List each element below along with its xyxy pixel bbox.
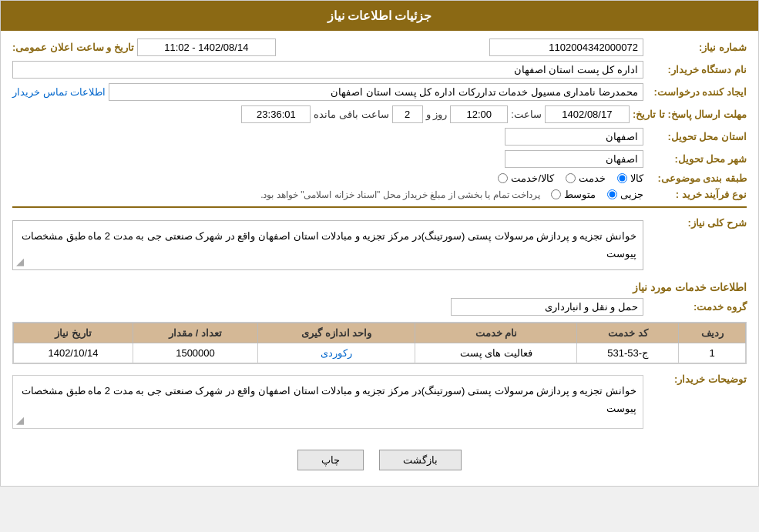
requester-org-value: اداره کل پست استان اصفهان (12, 61, 643, 79)
buyer-desc-text: خوانش تجزیه و پردازش مرسولات پستی (سورتی… (22, 385, 636, 414)
cell-date: 1402/10/14 (14, 343, 133, 363)
purchase-partial-radio[interactable] (607, 189, 617, 199)
date-value: 1402/08/14 - 11:02 (137, 38, 276, 56)
province-value: اصفهان (505, 128, 643, 146)
category-service-label: خدمت (579, 172, 606, 184)
purchase-medium-label: متوسط (564, 189, 596, 200)
cell-service-name: فعالیت های پست (415, 343, 577, 363)
need-description-text: خوانش تجزیه و پردازش مرسولات پستی (سورتی… (22, 230, 636, 259)
purchase-note: پرداخت تمام یا بخشی از مبلغ خریداز محل "… (260, 189, 540, 200)
buyer-description-box: خوانش تجزیه و پردازش مرسولات پستی (سورتی… (12, 375, 643, 429)
print-button[interactable]: چاپ (297, 450, 364, 470)
response-time-value: 12:00 (450, 105, 508, 123)
response-deadline-label: مهلت ارسال پاسخ: تا تاریخ: (633, 109, 747, 120)
purchase-type-label: نوع فرآیند خرید : (646, 189, 747, 200)
category-goods-service-label: کالا/خدمت (511, 172, 554, 184)
city-value: اصفهان (505, 150, 643, 168)
col-header-service-code: کد خدمت (577, 323, 679, 343)
need-description-label: شرح کلی نیاز: (646, 214, 747, 229)
category-label: طبقه بندی موضوعی: (646, 172, 747, 184)
category-goods-service-item[interactable]: کالا/خدمت (498, 172, 554, 184)
action-buttons: بازگشت چاپ (12, 438, 747, 478)
response-date-value: 1402/08/17 (545, 105, 630, 123)
city-label: شهر محل تحویل: (646, 153, 747, 165)
table-row: 1 ج-53-531 فعالیت های پست رکوردی 1500000… (14, 343, 746, 363)
province-label: استان محل تحویل: (646, 131, 747, 142)
category-goods-service-radio[interactable] (498, 173, 508, 183)
category-goods-label: کالا (630, 172, 643, 184)
creator-contact-link[interactable]: اطلاعات تماس خریدار (12, 86, 106, 98)
response-remain-value: 23:36:01 (241, 105, 311, 123)
buyer-desc-label: توضیحات خریدار: (646, 370, 747, 385)
cell-service-code: ج-53-531 (577, 343, 679, 363)
col-header-date: تاریخ نیاز (14, 323, 133, 343)
response-days-label: روز و (426, 109, 448, 120)
creator-label: ایجاد کننده درخواست: (646, 86, 747, 98)
purchase-medium-radio[interactable] (551, 189, 561, 199)
date-label: تاریخ و ساعت اعلان عمومی: (12, 42, 134, 53)
col-header-row-num: ردیف (679, 323, 746, 343)
service-group-label: گروه خدمت: (646, 301, 747, 313)
category-service-radio[interactable] (566, 173, 576, 183)
purchase-type-group: متوسط جزیی (551, 189, 643, 200)
page-title: جزئیات اطلاعات نیاز (1, 1, 758, 31)
need-number-value: 1102004342000072 (489, 38, 643, 56)
purchase-medium-item[interactable]: متوسط (551, 189, 596, 200)
cell-unit: رکوردی (258, 343, 415, 363)
category-goods-item[interactable]: کالا (617, 172, 643, 184)
response-remain-label: ساعت باقی مانده (314, 109, 388, 120)
back-button[interactable]: بازگشت (379, 450, 462, 470)
col-header-quantity: تعداد / مقدار (133, 323, 257, 343)
purchase-partial-label: جزیی (620, 189, 643, 200)
response-time-label: ساعت: (511, 109, 542, 120)
need-description-box: خوانش تجزیه و پردازش مرسولات پستی (سورتی… (12, 220, 643, 270)
divider-1 (12, 206, 747, 208)
services-section-title: اطلاعات خدمات مورد نیاز (12, 281, 747, 293)
cell-row-num: 1 (679, 343, 746, 363)
requester-org-label: نام دستگاه خریدار: (646, 64, 747, 75)
need-number-label: شماره نیاز: (646, 42, 747, 53)
services-table: ردیف کد خدمت نام خدمت واحد اندازه گیری ت… (12, 322, 747, 364)
cell-quantity: 1500000 (133, 343, 257, 363)
category-goods-radio[interactable] (617, 173, 627, 183)
col-header-service-name: نام خدمت (415, 323, 577, 343)
col-header-unit: واحد اندازه گیری (258, 323, 415, 343)
purchase-partial-item[interactable]: جزیی (607, 189, 643, 200)
category-radio-group: کالا/خدمت خدمت کالا (498, 172, 643, 184)
response-days-value: 2 (392, 105, 423, 123)
category-service-item[interactable]: خدمت (566, 172, 606, 184)
service-group-value: حمل و نقل و انبارداری (451, 298, 643, 316)
creator-value: محمدرضا نامداری مسیول خدمات تداررکات ادا… (109, 83, 643, 101)
